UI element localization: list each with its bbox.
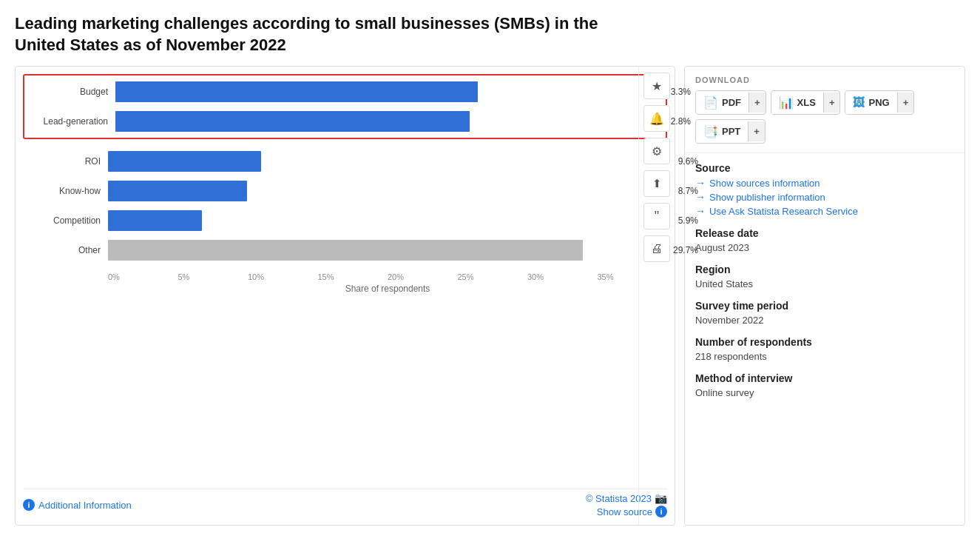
bar-row-know-how: Know-how 8.7% [23,181,667,201]
bar-value-other: 29.7% [673,245,698,255]
pdf-icon: 📄 [703,95,718,110]
download-label: DOWNLOAD [695,76,954,84]
download-section: DOWNLOAD 📄 PDF + 📊 XLS + [685,67,964,153]
method-interview-title: Method of interview [695,372,954,384]
xls-download-button[interactable]: 📊 XLS + [771,90,841,115]
png-download-button[interactable]: 🖼 PNG + [845,90,914,115]
bar-row-lead-generation: Lead-generation 22.8% [30,111,660,132]
bar-row-other: Other 29.7% [23,240,667,261]
show-publisher-information-link[interactable]: → Show publisher information [695,191,954,203]
bar-row-competition: Competition 5.9% [23,210,667,231]
pdf-download-button[interactable]: 📄 PDF + [695,90,766,115]
pdf-label: PDF [722,97,741,108]
pdf-plus[interactable]: + [748,93,766,113]
bar-fill-lead-generation [115,111,470,132]
xls-button-main[interactable]: 📊 XLS [771,91,823,114]
bar-value-know-how: 8.7% [678,186,698,196]
png-plus[interactable]: + [897,93,914,113]
page-title: Leading marketing challenges according t… [15,13,643,56]
additional-info-button[interactable]: i Additional Information [23,499,132,511]
bar-label-lead-generation: Lead-generation [30,116,115,127]
ppt-plus[interactable]: + [748,121,765,141]
survey-time-period-block: Survey time period November 2022 [695,300,954,326]
region-block: Region United States [695,264,954,289]
source-title: Source [695,162,954,174]
print-button[interactable]: 🖨 [643,235,670,262]
xls-plus[interactable]: + [823,93,840,113]
chart-container: Budget 23.3% Lead-generation 22.8% [15,66,675,526]
bar-track-other: 29.7% [108,240,667,261]
bar-value-competition: 5.9% [678,215,698,226]
source-block: Source → Show sources information → Show… [695,162,954,217]
release-date-title: Release date [695,227,954,239]
quote-icon: " [655,209,659,224]
bell-button[interactable]: 🔔 [643,105,670,132]
region-value: United States [695,278,954,289]
ppt-icon: 📑 [703,124,718,138]
x-tick-0: 0% [108,272,178,281]
bookmark-icon: ★ [652,79,662,93]
ask-statista-label: Use Ask Statista Research Service [709,206,858,217]
method-interview-value: Online survey [695,387,954,398]
respondents-value: 218 respondents [695,351,954,362]
release-date-value: August 2023 [695,242,954,253]
xls-label: XLS [797,97,816,108]
x-tick-20: 20% [388,272,458,281]
x-tick-30: 30% [527,272,598,281]
right-panel: DOWNLOAD 📄 PDF + 📊 XLS + [684,66,965,526]
x-tick-15: 15% [318,272,388,281]
bar-value-roi: 9.6% [678,156,698,167]
bar-fill-other [108,240,583,261]
survey-time-period-value: November 2022 [695,315,954,326]
bar-label-budget: Budget [30,87,115,97]
share-button[interactable]: ⬆ [643,170,670,197]
ppt-label: PPT [722,126,740,137]
bar-label-know-how: Know-how [23,186,108,196]
x-axis-label: Share of respondents [108,284,667,294]
bar-track-competition: 5.9% [108,210,667,231]
bar-label-competition: Competition [23,215,108,226]
download-buttons: 📄 PDF + 📊 XLS + 🖼 [695,90,954,144]
pdf-button-main[interactable]: 📄 PDF [696,91,748,114]
bar-label-roi: ROI [23,156,108,167]
png-label: PNG [868,97,889,108]
print-icon: 🖨 [651,242,663,255]
show-sources-information-link[interactable]: → Show sources information [695,177,954,189]
chart-footer: i Additional Information © Statista 2023… [23,489,667,517]
info-section: Source → Show sources information → Show… [685,153,964,525]
ppt-download-button[interactable]: 📑 PPT + [695,119,766,144]
bar-fill-roi [108,151,261,172]
show-publisher-label: Show publisher information [709,192,825,203]
method-interview-block: Method of interview Online survey [695,372,954,398]
ppt-button-main[interactable]: 📑 PPT [696,120,748,143]
bar-track-budget: 23.3% [115,81,660,102]
release-date-block: Release date August 2023 [695,227,954,253]
additional-info-label: Additional Information [38,500,132,511]
respondents-title: Number of respondents [695,336,954,348]
bar-track-know-how: 8.7% [108,181,667,201]
survey-time-period-title: Survey time period [695,300,954,312]
info-icon: i [23,499,35,511]
bar-track-lead-generation: 22.8% [115,111,660,132]
bell-icon: 🔔 [649,112,664,126]
region-title: Region [695,264,954,275]
bar-fill-know-how [108,181,247,201]
settings-button[interactable]: ⚙ [643,138,670,164]
bar-label-other: Other [23,245,108,255]
png-icon: 🖼 [853,96,865,110]
x-tick-5: 5% [178,272,249,281]
show-sources-label: Show sources information [709,178,820,189]
ask-statista-link[interactable]: → Use Ask Statista Research Service [695,205,954,217]
quote-button[interactable]: " [643,203,670,229]
respondents-block: Number of respondents 218 respondents [695,336,954,362]
bar-fill-competition [108,210,202,231]
bar-row-roi: ROI 9.6% [23,151,667,172]
png-button-main[interactable]: 🖼 PNG [845,92,896,114]
x-axis: 0% 5% 10% 15% 20% 25% 30% 35% [108,272,667,281]
bar-track-roi: 9.6% [108,151,667,172]
x-tick-10: 10% [248,272,318,281]
bookmark-button[interactable]: ★ [643,73,670,99]
bar-fill-budget [115,81,478,102]
share-icon: ⬆ [652,177,662,190]
x-tick-25: 25% [458,272,528,281]
